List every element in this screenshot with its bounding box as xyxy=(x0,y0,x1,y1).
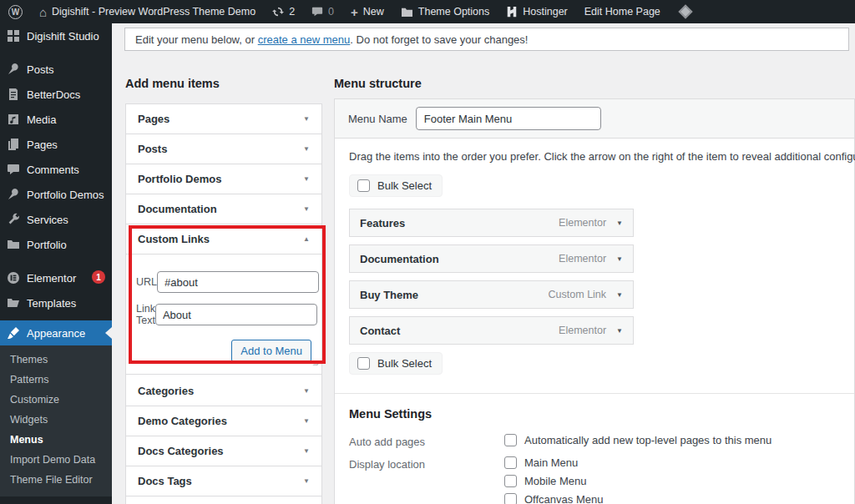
accordion-docs-categories[interactable]: Docs Categories ▼ xyxy=(126,436,321,466)
accordion-custom-links[interactable]: Custom Links ▲ xyxy=(126,224,321,255)
sidebar-item-elementor[interactable]: Elementor 1 xyxy=(0,265,112,290)
expand-item-icon[interactable]: ▼ xyxy=(616,327,623,335)
accordion-label: Pages xyxy=(138,113,169,125)
accordion-categories[interactable]: Categories ▼ xyxy=(126,376,321,406)
sidebar-item-digishift-studio[interactable]: Digishift Studio xyxy=(0,23,112,48)
updates-count: 2 xyxy=(289,6,295,18)
accordion-demo-categories[interactable]: Demo Categories ▼ xyxy=(126,406,321,436)
bulk-select-checkbox[interactable] xyxy=(357,179,370,192)
accordion-label: Posts xyxy=(138,143,167,155)
sidebar-item-label: Portfolio xyxy=(27,239,67,251)
accordion-slider-categories[interactable]: Slider Categories ▼ xyxy=(126,496,321,504)
chevron-down-icon: ▼ xyxy=(303,477,310,485)
offcanvas-menu-checkbox[interactable] xyxy=(504,493,517,504)
accordion-posts[interactable]: Posts ▼ xyxy=(126,134,321,164)
auto-add-pages-option-label: Automatically add new top-level pages to… xyxy=(524,434,772,446)
main-menu-option-label: Main Menu xyxy=(524,456,578,469)
sidebar-item-portfolio-demos[interactable]: Portfolio Demos xyxy=(0,182,112,207)
pages-icon xyxy=(7,138,20,151)
appearance-submenu: Themes Patterns Customize Widgets Menus … xyxy=(0,345,112,496)
theme-options-menu[interactable]: Theme Options xyxy=(392,0,498,23)
create-new-menu-link[interactable]: create a new menu xyxy=(258,33,351,46)
sidebar-item-appearance[interactable]: Appearance xyxy=(0,320,112,345)
folder-icon xyxy=(7,238,20,251)
sidebar-item-pages[interactable]: Pages xyxy=(0,132,112,157)
submenu-item-widgets[interactable]: Widgets xyxy=(0,410,112,430)
updates-menu[interactable]: 2 xyxy=(264,0,303,23)
menu-name-row: Menu Name xyxy=(335,99,854,139)
wp-logo-menu[interactable]: W xyxy=(0,0,31,23)
expand-item-icon[interactable]: ▼ xyxy=(616,255,623,263)
chevron-down-icon: ▼ xyxy=(303,145,310,153)
accordion-portfolio-demos[interactable]: Portfolio Demos ▼ xyxy=(126,164,321,194)
sidebar-item-portfolio[interactable]: Portfolio xyxy=(0,232,112,257)
sidebar-item-label: Portfolio Demos xyxy=(27,189,104,201)
expand-item-icon[interactable]: ▼ xyxy=(616,291,623,299)
submenu-item-customize[interactable]: Customize xyxy=(0,390,112,410)
sidebar-item-betterdocs[interactable]: BetterDocs xyxy=(0,82,112,107)
bulk-select-toggle-top[interactable]: Bulk Select xyxy=(349,174,443,197)
menu-name-input[interactable] xyxy=(416,107,601,130)
menu-item-label: Buy Theme xyxy=(360,289,418,301)
submenu-item-import-demo-data[interactable]: Import Demo Data xyxy=(0,450,112,470)
add-to-menu-button[interactable]: Add to Menu xyxy=(231,340,311,362)
bulk-select-checkbox[interactable] xyxy=(357,357,370,370)
menu-item-contact[interactable]: Contact Elementor ▼ xyxy=(349,316,634,345)
menu-item-buy-theme[interactable]: Buy Theme Custom Link ▼ xyxy=(349,280,634,309)
mobile-menu-checkbox[interactable] xyxy=(504,475,517,487)
sidebar-separator xyxy=(0,257,112,265)
edit-menu-notice: Edit your menu below, or create a new me… xyxy=(124,28,849,51)
chevron-down-icon: ▼ xyxy=(303,417,310,425)
elementor-badge: 1 xyxy=(92,270,105,284)
url-input[interactable] xyxy=(157,271,319,293)
offcanvas-menu-option-label: Offcanvas Menu xyxy=(524,493,603,504)
sidebar-item-plugins[interactable]: Plugins 2 xyxy=(0,500,112,504)
sidebar-item-media[interactable]: Media xyxy=(0,107,112,132)
auto-add-pages-checkbox[interactable] xyxy=(504,434,517,446)
expand-item-icon[interactable]: ▼ xyxy=(616,219,623,227)
sidebar-item-label: Appearance xyxy=(27,327,85,340)
menu-item-documentation[interactable]: Documentation Elementor ▼ xyxy=(349,244,634,273)
new-menu[interactable]: + New xyxy=(342,0,392,23)
settings-divider xyxy=(335,393,854,394)
url-label: URL xyxy=(136,276,157,288)
chevron-down-icon: ▼ xyxy=(303,115,310,123)
pin-icon xyxy=(7,63,20,76)
submenu-item-patterns[interactable]: Patterns xyxy=(0,370,112,390)
display-location-row: Display location Main Menu Mobile Menu O… xyxy=(349,456,840,504)
sidebar-item-comments[interactable]: Comments xyxy=(0,157,112,182)
chevron-down-icon: ▼ xyxy=(303,447,310,455)
sidebar-item-label: Pages xyxy=(27,139,58,151)
submenu-item-theme-file-editor[interactable]: Theme File Editor xyxy=(0,470,112,490)
wrench-icon xyxy=(7,213,20,226)
bulk-select-toggle-bottom[interactable]: Bulk Select xyxy=(349,352,443,375)
chevron-down-icon: ▼ xyxy=(303,205,310,213)
site-name-menu[interactable]: ⌂ Digishift - Preview WordPress Theme De… xyxy=(31,0,264,23)
comments-count: 0 xyxy=(328,6,334,18)
sidebar-item-label: Media xyxy=(27,113,56,126)
menu-item-type: Elementor xyxy=(559,253,606,265)
comments-menu[interactable]: 0 xyxy=(303,0,342,23)
comments-bubble-icon xyxy=(311,6,323,18)
sidebar-item-posts[interactable]: Posts xyxy=(0,57,112,82)
edit-home-page-menu[interactable]: Edit Home Page xyxy=(576,0,669,23)
chevron-up-icon: ▲ xyxy=(303,235,310,243)
submenu-item-menus[interactable]: Menus xyxy=(0,430,112,450)
admin-sidebar: Digishift Studio Posts BetterDocs Media … xyxy=(0,23,112,504)
studio-grid-icon xyxy=(7,29,20,43)
accordion-pages[interactable]: Pages ▼ xyxy=(126,104,321,134)
hostinger-menu[interactable]: Hostinger xyxy=(498,0,576,23)
submenu-item-themes[interactable]: Themes xyxy=(0,350,112,370)
accordion-documentation[interactable]: Documentation ▼ xyxy=(126,194,321,224)
link-text-input[interactable] xyxy=(155,304,317,325)
sidebar-item-label: Digishift Studio xyxy=(27,30,99,43)
accordion-label: Documentation xyxy=(138,203,217,215)
accordion-label: Portfolio Demos xyxy=(138,173,221,185)
sidebar-item-services[interactable]: Services xyxy=(0,207,112,232)
menu-item-features[interactable]: Features Elementor ▼ xyxy=(349,209,634,237)
main-menu-checkbox[interactable] xyxy=(504,456,517,469)
sidebar-item-templates[interactable]: Templates xyxy=(0,290,112,315)
diamond-menu[interactable] xyxy=(669,0,699,23)
plus-icon: + xyxy=(351,6,358,18)
accordion-docs-tags[interactable]: Docs Tags ▼ xyxy=(126,466,321,496)
